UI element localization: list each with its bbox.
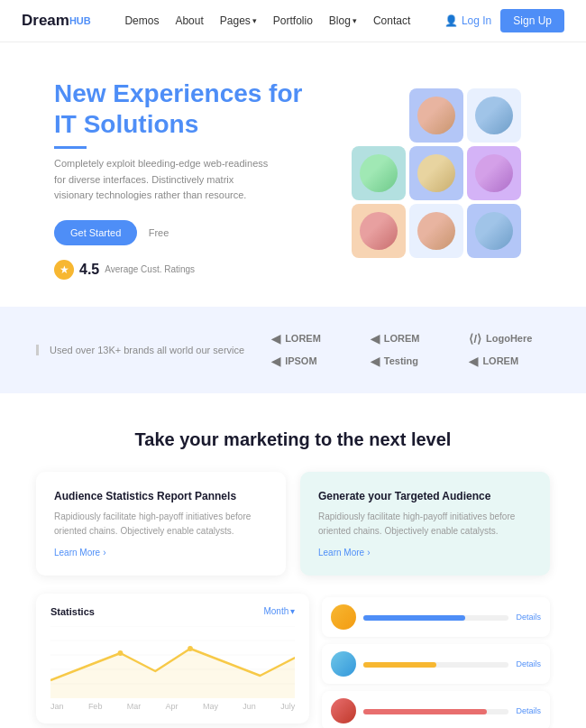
- brand-name-2: LogoHere: [486, 333, 532, 344]
- nav-links: Demos About Pages Portfolio Blog Contact: [124, 14, 410, 27]
- brands-section: Used over 13K+ brands all world our serv…: [0, 307, 586, 393]
- person-2: [475, 97, 513, 134]
- audience-info-0: [363, 613, 508, 621]
- get-started-button[interactable]: Get Started: [54, 220, 137, 245]
- logo: DreamHUB: [22, 12, 91, 30]
- brands-inner: Used over 13K+ brands all world our serv…: [36, 332, 550, 368]
- x-label-4: May: [203, 702, 218, 711]
- stats-chart: Statistics Month ▾: [36, 594, 309, 723]
- details-button-2[interactable]: Details: [516, 706, 541, 715]
- card1-learn-more[interactable]: Learn More: [54, 548, 268, 558]
- x-label-3: Apr: [166, 702, 179, 711]
- rating-label: Average Cust. Ratings: [105, 264, 195, 274]
- audience-item-2: Details: [322, 691, 550, 728]
- svg-point-7: [188, 646, 193, 651]
- details-button-0[interactable]: Details: [516, 613, 541, 622]
- brand-icon-1: ◀: [371, 332, 380, 346]
- avatar-1: [331, 651, 356, 677]
- hero-section: New Experiences for IT Solutions Complet…: [0, 42, 586, 307]
- x-label-5: Jun: [243, 702, 256, 711]
- brands-grid: ◀ LOREM ◀ LOREM ⟨/⟩ LogoHere ◀ IPSOM ◀ T…: [271, 332, 550, 368]
- grid-cell-lavender: [467, 146, 521, 200]
- card1-heading: Audience Statistics Report Pannels: [54, 490, 268, 502]
- x-label-6: July: [280, 702, 295, 711]
- hero-accent-line: [54, 146, 87, 149]
- brand-name-4: Testing: [384, 355, 418, 366]
- person-icon: 👤: [444, 14, 458, 27]
- card2-learn-more[interactable]: Learn More: [318, 548, 532, 558]
- logo-sup: HUB: [69, 15, 91, 26]
- svg-marker-5: [50, 649, 295, 698]
- brand-item-4: ◀ Testing: [371, 355, 452, 368]
- grid-cell-light2: [409, 204, 463, 258]
- audience-item-1: Details: [322, 644, 550, 684]
- bar-fill-0: [363, 615, 465, 621]
- nav-blog[interactable]: Blog: [329, 14, 357, 27]
- card2-description: Rapidiously facilitate high-payoff initi…: [318, 510, 532, 539]
- marketing-section: Take your marketing to the next level Au…: [0, 393, 586, 728]
- nav-about[interactable]: About: [175, 14, 203, 27]
- x-label-1: Feb: [88, 702, 103, 711]
- charts-row: Statistics Month ▾: [36, 594, 550, 728]
- brand-item-1: ◀ LOREM: [371, 332, 452, 346]
- brand-name-5: LOREM: [482, 355, 518, 366]
- nav-pages[interactable]: Pages: [220, 14, 257, 27]
- hero-text: New Experiences for IT Solutions Complet…: [54, 78, 334, 280]
- person-3: [360, 154, 398, 192]
- brand-item-0: ◀ LOREM: [271, 332, 353, 346]
- svg-point-6: [118, 650, 124, 656]
- grid-cell-blue2: [409, 146, 463, 200]
- brands-label: Used over 13K+ brands all world our serv…: [36, 345, 244, 355]
- person-5: [475, 154, 513, 192]
- nav-contact[interactable]: Contact: [373, 14, 410, 27]
- chart-svg: [50, 626, 295, 698]
- bar-fill-2: [363, 709, 487, 714]
- person-8: [475, 212, 513, 250]
- person-6: [360, 212, 398, 250]
- grid-cell-blue3: [467, 204, 521, 258]
- hero-image-grid: [352, 88, 550, 269]
- login-button[interactable]: 👤 Log In: [444, 14, 491, 27]
- nav-portfolio[interactable]: Portfolio: [273, 14, 313, 27]
- nav-right: 👤 Log In Sign Up: [444, 9, 564, 32]
- feature-cards-row: Audience Statistics Report Pannels Rapid…: [36, 472, 550, 576]
- person-7: [417, 212, 455, 250]
- grid-cell-empty1: [352, 88, 406, 143]
- chart-column: Statistics Month ▾: [36, 594, 309, 723]
- signup-button[interactable]: Sign Up: [500, 9, 564, 32]
- card1-description: Rapidiously facilitate high-payoff initi…: [54, 510, 268, 539]
- avatar-0: [331, 604, 356, 630]
- stats-filter[interactable]: Month ▾: [263, 606, 295, 616]
- brand-icon-3: ◀: [271, 355, 280, 368]
- bar-fill-1: [363, 662, 436, 668]
- audience-item-0: Details: [322, 597, 550, 637]
- x-label-2: Mar: [127, 702, 142, 711]
- grid-cell-peach: [352, 204, 406, 258]
- brand-item-5: ◀ LOREM: [469, 355, 550, 368]
- free-button[interactable]: Free: [149, 227, 169, 238]
- grid-cell-blue1: [409, 88, 463, 143]
- audience-info-2: [363, 706, 508, 714]
- chart-area: [50, 626, 295, 698]
- feature-card-2: Generate your Targeted Audience Rapidiou…: [300, 472, 550, 576]
- navbar: DreamHUB Demos About Pages Portfolio Blo…: [0, 0, 586, 42]
- brand-item-3: ◀ IPSOM: [271, 355, 353, 368]
- nav-demos[interactable]: Demos: [124, 14, 159, 27]
- brand-icon-0: ◀: [271, 332, 280, 346]
- audience-column: Details Details: [322, 594, 550, 728]
- brand-name-3: IPSOM: [285, 355, 316, 366]
- person-4: [417, 154, 455, 192]
- card2-heading: Generate your Targeted Audience: [318, 490, 532, 502]
- audience-info-1: [363, 659, 508, 668]
- details-button-1[interactable]: Details: [516, 659, 541, 668]
- logo-text: Dream: [22, 12, 69, 30]
- avatar-2: [331, 698, 356, 723]
- brand-icon-4: ◀: [371, 355, 380, 368]
- x-label-0: Jan: [50, 702, 64, 711]
- brand-icon-5: ◀: [469, 355, 478, 368]
- brand-icon-2: ⟨/⟩: [469, 332, 481, 346]
- brand-name-0: LOREM: [285, 333, 321, 344]
- rating-value: 4.5: [79, 262, 99, 278]
- bar-bg-2: [363, 709, 508, 714]
- rating-badge: ★: [54, 260, 74, 280]
